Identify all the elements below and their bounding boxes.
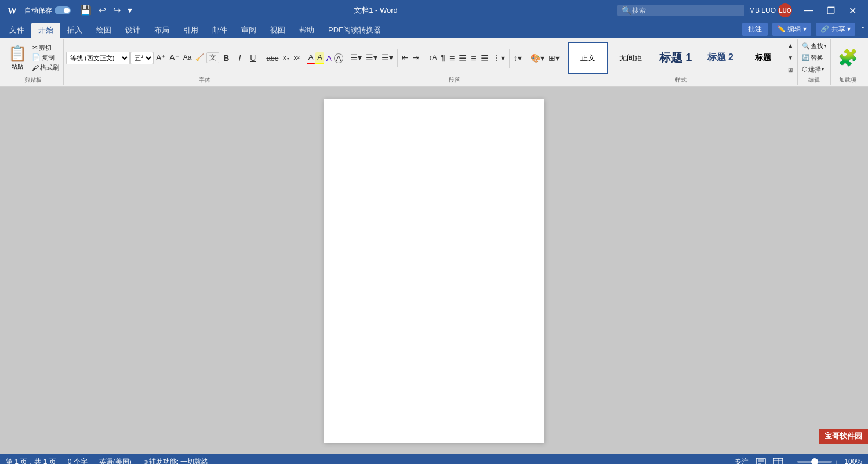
addins-group: 🧩 加载项 (831, 39, 865, 85)
style-h[interactable]: 标题 (743, 42, 783, 74)
tab-layout[interactable]: 布局 (147, 23, 176, 38)
font-size-select[interactable]: 五号 (130, 52, 154, 64)
web-layout-icon[interactable] (773, 456, 783, 464)
sort-button[interactable]: ↕A (427, 53, 438, 62)
italic-button[interactable]: I (233, 53, 246, 64)
styles-scroll-up[interactable]: ▲ (786, 42, 795, 50)
close-button[interactable]: ✕ (842, 3, 863, 19)
format-painter-button[interactable]: 🖌格式刷 (30, 63, 61, 72)
copy-button[interactable]: 📄复制 (30, 53, 61, 62)
status-bar: 第 1 页，共 1 页 0 个字 英语(美国) ⊙辅助功能: 一切就绪 专注 −… (0, 454, 868, 464)
search-input[interactable] (617, 5, 744, 16)
line-spacing-button[interactable]: ↕▾ (512, 53, 524, 64)
paragraph-content: ☰▾ ☰▾ ☰▾ ⇤ ⇥ ↕A ¶ ≡ ☰ ≡ ☰ ⋮▾ ↕▾ 🎨▾ ⊞▾ (348, 41, 561, 75)
styles-label: 样式 (566, 75, 796, 84)
style-h2-label: 标题 2 (707, 52, 733, 64)
dedent-button[interactable]: ⇤ (400, 52, 411, 63)
undo-button[interactable]: ↩ (96, 5, 108, 16)
addins-label: 加载项 (833, 75, 862, 84)
tab-help[interactable]: 帮助 (292, 23, 321, 38)
style-h1-label: 标题 1 (659, 50, 692, 66)
tab-review[interactable]: 审阅 (234, 23, 263, 38)
styles-more[interactable]: ⊞ (786, 66, 795, 74)
font-shrink-button[interactable]: A⁻ (168, 52, 180, 63)
font-color-button[interactable]: A (307, 52, 315, 64)
superscript-button[interactable]: X² (292, 54, 302, 63)
editing-label: 编辑 (800, 75, 828, 84)
align-left-button[interactable]: ≡ (448, 52, 456, 64)
tab-design[interactable]: 设计 (118, 23, 147, 38)
style-h1[interactable]: 标题 1 (653, 42, 698, 74)
align-center-button[interactable]: ☰ (457, 52, 468, 64)
addins-icon[interactable]: 🧩 (838, 48, 858, 67)
tab-references[interactable]: 引用 (176, 23, 205, 38)
style-normal[interactable]: 正文 (568, 42, 608, 74)
tab-insert[interactable]: 插入 (60, 23, 89, 38)
more-quick-button[interactable]: ▾ (125, 5, 135, 16)
font-grow-button[interactable]: A⁺ (154, 52, 167, 63)
document-page[interactable] (324, 99, 544, 443)
highlight-button[interactable]: A (315, 52, 324, 64)
replace-label: 替换 (811, 53, 823, 62)
main-content (0, 87, 868, 454)
share-button[interactable]: 🔗 共享 ▾ (816, 23, 855, 36)
phonetic-button[interactable]: 文 (206, 52, 219, 63)
tab-file[interactable]: 文件 (2, 23, 31, 38)
cut-button[interactable]: ✂剪切 (30, 43, 61, 52)
tab-draw[interactable]: 绘图 (89, 23, 118, 38)
tab-view[interactable]: 视图 (263, 23, 292, 38)
styles-scroll-down[interactable]: ▼ (786, 54, 795, 62)
indent-button[interactable]: ⇥ (411, 52, 422, 63)
zoom-slider[interactable] (797, 461, 832, 463)
ribbon-tabs: 文件 开始 插入 绘图 设计 布局 引用 邮件 审阅 视图 帮助 PDF阅读转换… (0, 21, 868, 38)
focus-mode-button[interactable]: 专注 (735, 457, 749, 465)
tab-home[interactable]: 开始 (31, 23, 60, 38)
style-nospace-label: 无间距 (619, 53, 642, 63)
style-h2[interactable]: 标题 2 (700, 42, 740, 74)
tab-pdf[interactable]: PDF阅读转换器 (321, 23, 388, 38)
change-case-button[interactable]: Aa (181, 53, 194, 62)
bold-button[interactable]: B (220, 53, 233, 64)
select-button[interactable]: ⬡选择▾ (800, 64, 826, 75)
redo-button[interactable]: ↪ (111, 5, 123, 16)
auto-save-toggle[interactable] (55, 6, 71, 14)
shading-button[interactable]: 🎨▾ (529, 53, 546, 64)
tab-mail[interactable]: 邮件 (205, 23, 234, 38)
comment-button[interactable]: 批注 (742, 23, 768, 36)
page-info: 第 1 页，共 1 页 (6, 457, 56, 465)
minimize-button[interactable]: — (797, 3, 820, 19)
numbered-list-button[interactable]: ☰▾ (364, 52, 379, 63)
paste-button[interactable]: 📋 粘贴 (5, 42, 30, 73)
text-cursor (359, 103, 359, 111)
edit-button[interactable]: ✏️ 编辑 ▾ (772, 23, 812, 36)
find-button[interactable]: 🔍查找▾ (800, 41, 828, 52)
text-effect-button[interactable]: A (325, 53, 333, 64)
justify-button[interactable]: ☰ (479, 52, 491, 64)
clear-format-button[interactable]: 🧹 (194, 53, 206, 62)
multilevel-list-button[interactable]: ☰▾ (380, 52, 395, 63)
print-layout-icon[interactable] (756, 456, 766, 464)
borders-button[interactable]: ⊞▾ (547, 53, 561, 64)
convert-group: 📄 转成PDF 转换 (865, 39, 868, 85)
addins-content: 🧩 (833, 41, 862, 75)
style-nospace[interactable]: 无间距 (611, 42, 651, 74)
underline-button[interactable]: U (246, 53, 259, 64)
show-hide-button[interactable]: ¶ (439, 52, 447, 63)
encircle-button[interactable]: A (334, 53, 344, 64)
align-right-button[interactable]: ≡ (469, 52, 478, 64)
restore-button[interactable]: ❐ (820, 3, 842, 19)
bullet-list-button[interactable]: ☰▾ (348, 52, 364, 63)
replace-button[interactable]: 🔄替换 (800, 52, 825, 63)
ribbon-collapse-button[interactable]: ⌃ (860, 26, 866, 34)
doc-title: 文档1 - Word (135, 5, 617, 16)
zoom-in-button[interactable]: + (834, 458, 839, 465)
column-button[interactable]: ⋮▾ (491, 53, 507, 64)
language: 英语(美国) (99, 457, 132, 465)
font-name-select[interactable]: 等线 (西文正文) (66, 52, 130, 64)
zoom-level: 100% (841, 458, 862, 464)
status-right-area: 专注 − + 100% (735, 456, 862, 464)
subscript-button[interactable]: X₂ (281, 54, 290, 63)
strikethrough-button[interactable]: abc (264, 53, 280, 64)
save-button[interactable]: 💾 (78, 5, 94, 16)
zoom-out-button[interactable]: − (790, 458, 795, 465)
